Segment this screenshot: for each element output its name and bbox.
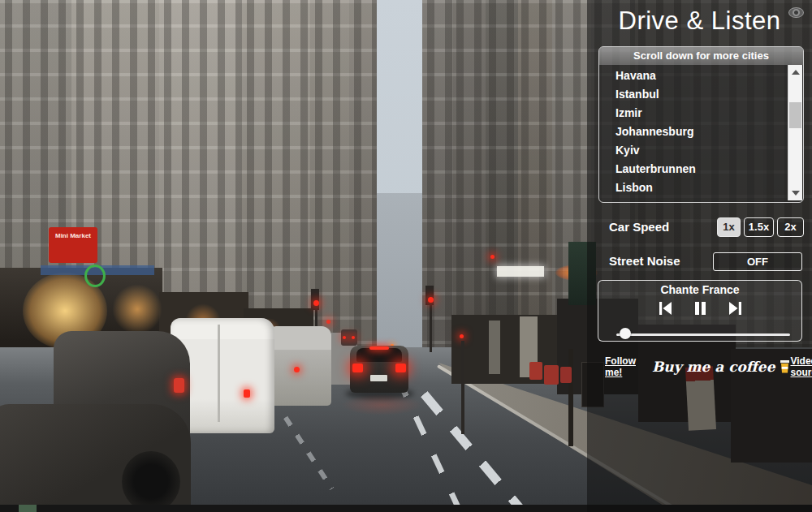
- cafe-chair-red: [560, 367, 572, 383]
- skip-previous-icon[interactable]: [659, 301, 672, 316]
- building-right-8: [451, 0, 486, 367]
- city-list-box: Scroll down for more cities Havana Istan…: [598, 46, 804, 203]
- car-speed-label: Car Speed: [609, 220, 669, 234]
- city-list: Havana Istanbul Izmir Johannesburg Kyiv …: [599, 67, 786, 197]
- video-source-link[interactable]: Video source: [790, 355, 812, 378]
- station-name: Chante France: [598, 283, 801, 296]
- volume-slider-track[interactable]: [616, 333, 790, 336]
- taillight-left: [352, 364, 363, 372]
- footer-links: Follow me! Buy me a coffee Video source: [587, 355, 812, 378]
- traffic-light-red: [313, 300, 319, 306]
- speed-1x-button[interactable]: 1x: [717, 217, 741, 237]
- green-ring-sign: [84, 265, 106, 287]
- building-left-6: [349, 0, 377, 364]
- traffic-light-housing: [311, 289, 319, 310]
- speed-2x-button[interactable]: 2x: [777, 217, 804, 237]
- shop-window-glow: [112, 284, 162, 334]
- street-noise-toggle[interactable]: OFF: [713, 252, 802, 271]
- cafe-chair-red: [544, 365, 559, 385]
- car-wheel: [122, 451, 180, 512]
- page-title: Drive & Listen: [587, 6, 812, 36]
- taillight: [343, 336, 346, 339]
- pause-icon[interactable]: [694, 301, 706, 316]
- control-panel-overlay: Drive & Listen Scroll down for more citi…: [587, 0, 812, 512]
- building-right-9: [422, 0, 453, 362]
- skip-next-icon[interactable]: [728, 301, 742, 316]
- taillight: [174, 378, 184, 393]
- street-noise-label: Street Noise: [609, 254, 680, 268]
- city-option-lauterbrunnen[interactable]: Lauterbrunnen: [599, 160, 786, 179]
- city-option-istanbul[interactable]: Istanbul: [599, 85, 786, 104]
- building-right-6: [516, 0, 552, 367]
- brake-light-strip: [369, 346, 389, 350]
- traffic-light-red: [428, 297, 434, 303]
- city-option-havana[interactable]: Havana: [599, 67, 786, 85]
- taillight-right: [395, 364, 406, 372]
- city-option-kyiv[interactable]: Kyiv: [599, 141, 786, 160]
- scroll-down-icon[interactable]: [792, 191, 800, 196]
- traffic-light-pole: [430, 305, 432, 352]
- follow-me-link[interactable]: Follow me!: [605, 355, 636, 378]
- buy-me-a-coffee-link[interactable]: Buy me a coffee: [652, 359, 775, 375]
- van-door-seam: [218, 325, 220, 422]
- market-sign: Mini Market: [49, 227, 97, 263]
- scroll-up-icon[interactable]: [792, 70, 800, 75]
- taillight-road-glow: [341, 394, 422, 415]
- cafe-sign-white: [497, 266, 544, 277]
- license-plate: [370, 375, 387, 381]
- app-root: Mini Market: [0, 0, 812, 512]
- lit-shop-window: [489, 321, 500, 374]
- traffic-light-red: [326, 320, 330, 324]
- taillight: [294, 367, 300, 372]
- player-controls: [598, 301, 801, 316]
- city-list-scrollbar[interactable]: [788, 65, 802, 200]
- speed-1-5x-button[interactable]: 1.5x: [744, 217, 774, 237]
- car-rear-window: [356, 348, 402, 362]
- parked-car-silver: [268, 326, 331, 406]
- tree-trunk: [568, 349, 573, 446]
- scrollbar-thumb[interactable]: [789, 102, 801, 128]
- volume-slider-thumb[interactable]: [620, 328, 631, 339]
- city-option-izmir[interactable]: Izmir: [599, 104, 786, 123]
- radio-player: Chante France: [598, 280, 802, 342]
- sidewalk-pole: [461, 341, 464, 434]
- traffic-light-red: [490, 255, 495, 259]
- cafe-chair-red: [529, 362, 542, 380]
- video-progress-chip: [19, 505, 37, 512]
- city-list-header: Scroll down for more cities: [599, 47, 803, 65]
- taillight: [244, 389, 250, 398]
- traffic-light-red: [460, 334, 464, 338]
- coffee-cup-icon[interactable]: [780, 360, 790, 373]
- city-option-johannesburg[interactable]: Johannesburg: [599, 123, 786, 141]
- taillight: [352, 336, 355, 339]
- city-option-lisbon[interactable]: Lisbon: [599, 179, 786, 197]
